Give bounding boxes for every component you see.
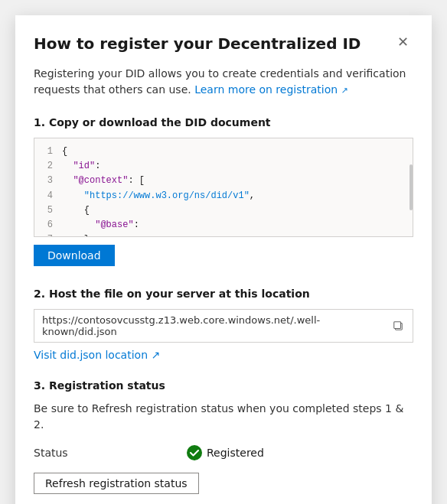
line-number: 2 [34, 159, 62, 174]
line-number: 7 [34, 232, 62, 237]
code-line-7: 7 } [34, 232, 413, 237]
line-code: "https://www.w3.org/ns/did/v1", [62, 189, 255, 203]
code-line-5: 5 { [34, 203, 413, 218]
download-button[interactable]: Download [34, 245, 115, 266]
copy-icon [393, 320, 403, 331]
line-code: { [62, 145, 67, 159]
visit-did-json-link[interactable]: Visit did.json location [34, 349, 148, 361]
line-code: } [62, 232, 90, 237]
code-line-6: 6 "@base": [34, 218, 413, 232]
line-number: 5 [34, 203, 62, 218]
status-label: Status [34, 447, 80, 459]
line-number: 1 [34, 145, 62, 159]
registered-check-icon [187, 445, 202, 460]
close-icon-button[interactable]: ✕ [393, 34, 413, 50]
line-number: 6 [34, 218, 62, 232]
line-code: { [62, 203, 90, 218]
external-link-icon: ↗ [341, 86, 348, 96]
svg-point-2 [187, 445, 202, 460]
line-code: "@context": [ [62, 174, 145, 188]
line-number: 4 [34, 189, 62, 203]
section2-title: 2. Host the file on your server at this … [34, 288, 413, 300]
code-line-4: 4 "https://www.w3.org/ns/did/v1", [34, 189, 413, 203]
status-badge: Registered [187, 445, 264, 460]
url-value: https://contosovcusstg.z13.web.core.wind… [42, 314, 391, 337]
code-line-2: 2 "id": [34, 159, 413, 174]
scroll-indicator [409, 164, 413, 210]
modal-container: How to register your Decentralized ID ✕ … [15, 15, 432, 504]
modal-header: How to register your Decentralized ID ✕ [34, 34, 413, 54]
section3-title: 3. Registration status [34, 379, 413, 392]
description-text: Registering your DID allows you to creat… [34, 66, 413, 98]
status-value: Registered [207, 447, 264, 459]
section1-title: 1. Copy or download the DID document [34, 116, 413, 128]
line-code: "@base": [62, 218, 139, 232]
section3-description: Be sure to Refresh registration status w… [34, 401, 413, 433]
section-registration-status: 3. Registration status Be sure to Refres… [34, 379, 413, 494]
svg-rect-1 [394, 322, 401, 329]
section-copy-download: 1. Copy or download the DID document 1 {… [34, 116, 413, 288]
refresh-registration-button[interactable]: Refresh registration status [34, 473, 199, 494]
status-row: Status Registered [34, 445, 413, 460]
modal-title: How to register your Decentralized ID [34, 34, 361, 54]
line-number: 3 [34, 174, 62, 188]
copy-url-button[interactable] [391, 320, 405, 331]
section-host-file: 2. Host the file on your server at this … [34, 288, 413, 361]
visit-link-text: ↗ [148, 349, 160, 361]
learn-more-link[interactable]: Learn more on registration [194, 83, 338, 96]
did-document-code: 1 { 2 "id": 3 "@context": [ 4 "https://w… [34, 138, 413, 237]
url-field-container: https://contosovcusstg.z13.web.core.wind… [34, 309, 413, 343]
line-code: "id": [62, 159, 100, 174]
code-line-3: 3 "@context": [ [34, 174, 413, 188]
code-line-1: 1 { [34, 145, 413, 159]
